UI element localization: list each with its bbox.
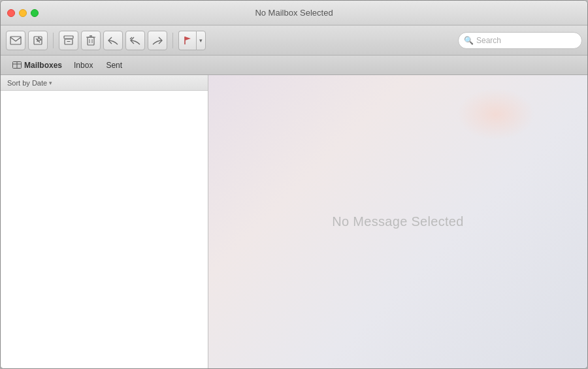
search-input[interactable] — [476, 36, 575, 45]
sort-bar: Sort by Date ▾ — [1, 75, 208, 91]
search-icon: 🔍 — [464, 36, 474, 45]
minimize-button[interactable] — [19, 9, 27, 17]
tab-mailboxes[interactable]: Mailboxes — [7, 56, 67, 74]
sent-label: Sent — [106, 61, 122, 70]
sort-button[interactable]: Sort by Date ▾ — [7, 79, 52, 87]
mail-window: No Mailbox Selected — [0, 0, 588, 369]
reply-all-button[interactable] — [125, 31, 145, 50]
search-box[interactable]: 🔍 — [458, 32, 582, 49]
svg-rect-0 — [10, 37, 21, 44]
compose-icon — [33, 35, 43, 46]
sort-label-text: Sort by Date — [7, 79, 47, 87]
message-detail-panel: No Message Selected — [208, 75, 587, 368]
title-bar: No Mailbox Selected — [1, 1, 587, 25]
reply-icon — [108, 36, 118, 45]
flag-icon — [183, 36, 192, 45]
envelope-icon — [10, 36, 22, 45]
left-panel: Sort by Date ▾ — [1, 75, 208, 368]
archive-icon — [63, 35, 74, 45]
window-title: No Mailbox Selected — [255, 8, 333, 18]
nav-tabs: Mailboxes Inbox Sent — [1, 56, 587, 75]
delete-button[interactable] — [81, 31, 101, 50]
toolbar-separator-1 — [53, 33, 54, 48]
maximize-button[interactable] — [31, 9, 39, 17]
tab-sent[interactable]: Sent — [99, 56, 129, 74]
svg-rect-7 — [88, 37, 94, 45]
get-mail-button[interactable] — [6, 31, 25, 50]
compose-button[interactable] — [28, 31, 48, 50]
chevron-down-icon: ▾ — [199, 37, 203, 44]
sort-chevron-icon: ▾ — [49, 80, 52, 86]
forward-icon — [152, 36, 163, 45]
svg-rect-4 — [64, 36, 73, 39]
toolbar-separator-2 — [172, 33, 173, 48]
flag-dropdown-arrow[interactable]: ▾ — [196, 31, 206, 50]
main-content: Sort by Date ▾ No Message Selected — [1, 75, 587, 368]
traffic-lights — [7, 9, 39, 17]
flag-dropdown[interactable]: ▾ — [178, 31, 206, 50]
tab-inbox[interactable]: Inbox — [67, 56, 99, 74]
no-message-label: No Message Selected — [332, 214, 463, 229]
message-list[interactable] — [1, 91, 208, 368]
reply-all-icon — [129, 36, 141, 45]
trash-icon — [86, 35, 95, 46]
inbox-label: Inbox — [74, 61, 93, 70]
toolbar: ▾ 🔍 — [1, 25, 587, 56]
mailboxes-label: Mailboxes — [24, 61, 62, 70]
forward-button[interactable] — [148, 31, 167, 50]
archive-button[interactable] — [59, 31, 78, 50]
close-button[interactable] — [7, 9, 15, 17]
flag-button[interactable] — [178, 31, 196, 50]
reply-button[interactable] — [103, 31, 123, 50]
mailboxes-icon — [12, 61, 22, 69]
